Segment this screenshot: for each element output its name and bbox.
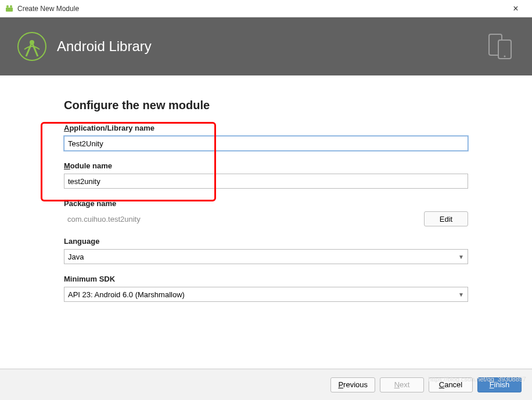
titlebar: Create New Module × [0,0,532,17]
content-area: Configure the new module Application/Lib… [0,75,532,302]
chevron-down-icon: ▼ [458,291,464,298]
language-selected: Java [68,253,458,261]
svg-point-7 [504,56,506,57]
android-studio-icon [5,4,14,13]
package-name-value: com.cuihuo.test2unity [64,213,418,225]
close-button[interactable]: × [504,1,527,17]
next-button[interactable]: Next [380,377,424,392]
package-name-label: Package name [64,199,468,208]
svg-rect-0 [6,8,13,12]
devices-icon [486,32,515,61]
edit-package-button[interactable]: Edit [424,211,468,226]
section-title: Configure the new module [64,99,468,112]
min-sdk-label: Minimum SDK [64,275,468,283]
previous-button[interactable]: Previous [330,377,375,392]
header-title: Android Library [57,38,486,55]
app-name-input[interactable] [64,136,468,151]
module-name-input[interactable] [64,174,468,189]
language-dropdown[interactable]: Java ▼ [64,249,468,264]
package-name-field: Package name com.cuihuo.test2unity Edit [64,199,468,226]
app-name-field: Application/Library name [64,124,468,151]
min-sdk-field: Minimum SDK API 23: Android 6.0 (Marshma… [64,275,468,302]
module-name-label: Module name [64,161,468,170]
dialog-footer: Previous Next Cancel Finish [0,369,532,400]
svg-point-2 [10,5,12,8]
language-field: Language Java ▼ [64,237,468,264]
watermark: https://blog.csdn.net/qq_39308897 [428,376,526,383]
min-sdk-dropdown[interactable]: API 23: Android 6.0 (Marshmallow) ▼ [64,287,468,302]
module-name-field: Module name [64,161,468,189]
chevron-down-icon: ▼ [458,254,464,260]
min-sdk-selected: API 23: Android 6.0 (Marshmallow) [68,290,458,299]
language-label: Language [64,237,468,246]
android-studio-logo-icon [17,32,46,61]
dialog-header: Android Library [0,17,532,75]
svg-point-1 [6,5,9,8]
app-name-label: Application/Library name [64,124,468,132]
window-title: Create New Module [17,5,504,13]
